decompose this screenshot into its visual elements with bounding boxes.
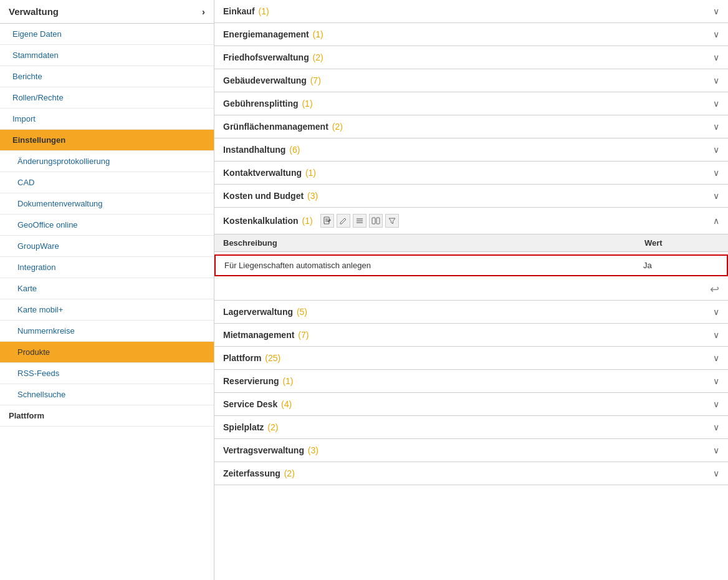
accordion-header-energiemanagement[interactable]: Energiemanagement (1) ∨ <box>214 23 728 46</box>
sidebar-item-geooffice-online[interactable]: GeoOffice online <box>0 215 214 236</box>
chevron-down-icon: ∨ <box>713 145 719 155</box>
accordion-mietmanagement: Mietmanagement (7) ∨ <box>214 324 728 347</box>
accordion-header-kostenkalkulation[interactable]: Kostenkalkulation (1) <box>214 208 728 234</box>
accordion-header-mietmanagement[interactable]: Mietmanagement (7) ∨ <box>214 324 728 346</box>
svg-line-4 <box>345 218 346 220</box>
undo-icon[interactable]: ↩ <box>710 283 719 296</box>
accordion-lagerverwaltung: Lagerverwaltung (5) ∨ <box>214 301 728 324</box>
sidebar-item-stammdaten[interactable]: Stammdaten <box>0 45 214 66</box>
accordion-header-reservierung[interactable]: Reservierung (1) ∨ <box>214 370 728 392</box>
main-content: Einkauf (1) ∨ Energiemanagement (1) ∨ Fr… <box>214 0 728 580</box>
accordion-service-desk: Service Desk (4) ∨ <box>214 393 728 416</box>
accordion-header-instandhaltung[interactable]: Instandhaltung (6) ∨ <box>214 138 728 161</box>
accordion-gebuehrensplitting: Gebührensplitting (1) ∨ <box>214 92 728 115</box>
chevron-down-icon: ∨ <box>713 122 719 132</box>
accordion-gebaeudeverwaltung: Gebäudeverwaltung (7) ∨ <box>214 69 728 92</box>
chevron-down-icon: ∨ <box>713 99 719 109</box>
chevron-down-icon: ∨ <box>713 330 719 340</box>
sidebar-section-plattform[interactable]: Plattform <box>0 405 214 427</box>
accordion-header-spielplatz[interactable]: Spielplatz (2) ∨ <box>214 416 728 438</box>
sidebar-chevron: › <box>202 6 205 17</box>
chevron-down-icon: ∨ <box>713 191 719 201</box>
accordion-kostenkalkulation: Kostenkalkulation (1) <box>214 208 728 301</box>
sidebar-item-eigene-daten[interactable]: Eigene Daten <box>0 24 214 45</box>
sidebar-item-integration[interactable]: Integration <box>0 257 214 278</box>
undo-area: ↩ <box>214 279 728 300</box>
accordion-vertragsverwaltung: Vertragsverwaltung (3) ∨ <box>214 439 728 462</box>
sidebar-item-rss-feeds[interactable]: RSS-Feeds <box>0 363 214 384</box>
filter-icon[interactable] <box>385 214 399 228</box>
chevron-down-icon: ∨ <box>713 353 719 363</box>
accordion-header-kosten-budget[interactable]: Kosten und Budget (3) ∨ <box>214 185 728 207</box>
sidebar-header[interactable]: Verwaltung › <box>0 0 214 24</box>
accordion-zeiterfassung: Zeiterfassung (2) ∨ <box>214 462 728 485</box>
accordion-header-friedhofsverwaltung[interactable]: Friedhofsverwaltung (2) ∨ <box>214 46 728 69</box>
chevron-down-icon: ∨ <box>713 307 719 317</box>
table-row[interactable]: Für Liegenschaften automatisch anlegen J… <box>214 254 728 276</box>
sidebar: Verwaltung › Eigene Daten Stammdaten Ber… <box>0 0 214 580</box>
accordion-plattform: Plattform (25) ∨ <box>214 347 728 370</box>
accordion-header-zeiterfassung[interactable]: Zeiterfassung (2) ∨ <box>214 462 728 485</box>
new-icon[interactable] <box>320 214 334 228</box>
sidebar-title: Verwaltung <box>9 6 59 17</box>
sidebar-item-berichte[interactable]: Berichte <box>0 66 214 87</box>
accordion-header-plattform[interactable]: Plattform (25) ∨ <box>214 347 728 369</box>
sidebar-item-dokumentenverwaltung[interactable]: Dokumentenverwaltung <box>0 193 214 215</box>
sidebar-item-einstellungen[interactable]: Einstellungen <box>0 130 214 151</box>
accordion-header-lagerverwaltung[interactable]: Lagerverwaltung (5) ∨ <box>214 301 728 323</box>
sidebar-item-rollen-rechte[interactable]: Rollen/Rechte <box>0 87 214 109</box>
accordion-reservierung: Reservierung (1) ∨ <box>214 370 728 393</box>
accordion-kosten-budget: Kosten und Budget (3) ∨ <box>214 185 728 208</box>
accordion-content-kostenkalkulation: Beschreibung Wert Für Liegenschaften aut… <box>214 234 728 300</box>
accordion-kontaktverwaltung: Kontaktverwaltung (1) ∨ <box>214 162 728 185</box>
chevron-down-icon: ∨ <box>713 399 719 409</box>
sidebar-item-produkte[interactable]: Produkte <box>0 342 214 363</box>
chevron-down-icon: ∨ <box>713 75 719 85</box>
svg-rect-8 <box>372 218 375 224</box>
sidebar-item-aenderungsprotokollierung[interactable]: Änderungsprotokollierung <box>0 151 214 172</box>
columns-icon[interactable] <box>369 214 383 228</box>
chevron-up-icon: ∧ <box>713 216 719 226</box>
accordion-einkauf: Einkauf (1) ∨ <box>214 0 728 23</box>
chevron-down-icon: ∨ <box>713 445 719 455</box>
accordion-header-gruenflaechenmanagement[interactable]: Grünflächenmanagement (2) ∨ <box>214 115 728 138</box>
sidebar-item-groupware[interactable]: GroupWare <box>0 236 214 257</box>
accordion-header-gebuehrensplitting[interactable]: Gebührensplitting (1) ∨ <box>214 92 728 115</box>
sidebar-item-karte[interactable]: Karte <box>0 278 214 299</box>
accordion-energiemanagement: Energiemanagement (1) ∨ <box>214 23 728 46</box>
sidebar-item-cad[interactable]: CAD <box>0 172 214 193</box>
accordion-gruenflaechenmanagement: Grünflächenmanagement (2) ∨ <box>214 115 728 138</box>
accordion-header-einkauf[interactable]: Einkauf (1) ∨ <box>214 0 728 22</box>
accordion-header-kontaktverwaltung[interactable]: Kontaktverwaltung (1) ∨ <box>214 162 728 184</box>
list-icon[interactable] <box>353 214 366 228</box>
accordion-header-service-desk[interactable]: Service Desk (4) ∨ <box>214 393 728 415</box>
accordion-header-gebaeudeverwaltung[interactable]: Gebäudeverwaltung (7) ∨ <box>214 69 728 92</box>
toolbar <box>320 214 399 228</box>
chevron-down-icon: ∨ <box>713 468 719 478</box>
chevron-down-icon: ∨ <box>713 52 719 62</box>
edit-icon[interactable] <box>337 214 350 228</box>
chevron-down-icon: ∨ <box>713 168 719 178</box>
chevron-down-icon: ∨ <box>713 6 719 16</box>
sidebar-item-karte-mobil[interactable]: Karte mobil+ <box>0 299 214 321</box>
sidebar-item-nummernkreise[interactable]: Nummernkreise <box>0 321 214 342</box>
accordion-friedhofsverwaltung: Friedhofsverwaltung (2) ∨ <box>214 46 728 69</box>
sidebar-item-schnellsuche[interactable]: Schnellsuche <box>0 384 214 405</box>
accordion-header-vertragsverwaltung[interactable]: Vertragsverwaltung (3) ∨ <box>214 439 728 462</box>
accordion-spielplatz: Spielplatz (2) ∨ <box>214 416 728 439</box>
accordion-instandhaltung: Instandhaltung (6) ∨ <box>214 138 728 162</box>
chevron-down-icon: ∨ <box>713 376 719 386</box>
chevron-down-icon: ∨ <box>713 29 719 39</box>
sidebar-item-import[interactable]: Import <box>0 109 214 130</box>
chevron-down-icon: ∨ <box>713 422 719 432</box>
table-header: Beschreibung Wert <box>214 234 728 252</box>
svg-rect-9 <box>376 218 380 224</box>
